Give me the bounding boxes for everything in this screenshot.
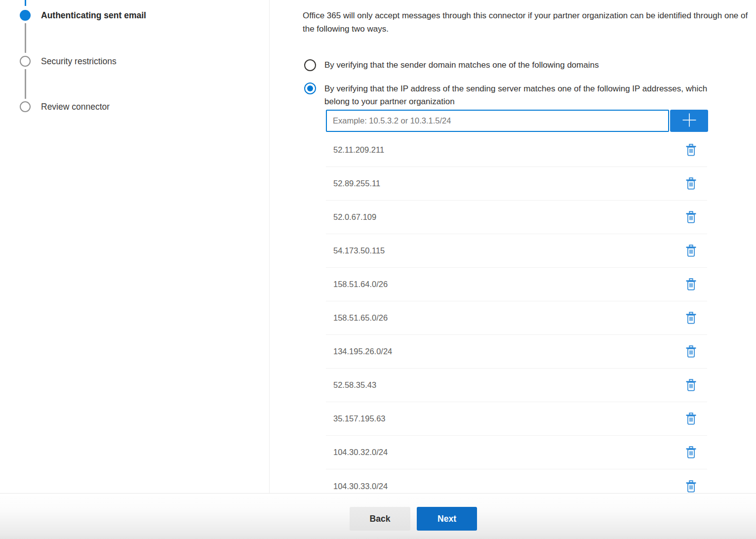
wizard-step-review-connector: Review connector bbox=[20, 101, 110, 112]
wizard-step-security-restrictions: Security restrictions bbox=[20, 56, 117, 67]
ip-address-text: 52.11.209.211 bbox=[333, 145, 384, 155]
ip-address-text: 52.89.255.11 bbox=[333, 179, 380, 188]
ip-address-row: 52.89.255.11 bbox=[326, 167, 707, 201]
radio-option-ip-address[interactable]: By verifying that the IP address of the … bbox=[304, 83, 727, 108]
ip-address-row: 52.58.35.43 bbox=[326, 369, 707, 402]
step-label: Authenticating sent email bbox=[41, 10, 146, 21]
radio-dot bbox=[307, 85, 313, 91]
delete-ip-button[interactable] bbox=[685, 479, 697, 494]
back-button[interactable]: Back bbox=[350, 507, 410, 531]
radio-selected-icon[interactable] bbox=[304, 83, 316, 94]
delete-ip-button[interactable] bbox=[685, 344, 697, 359]
ip-address-row: 134.195.26.0/24 bbox=[326, 335, 707, 369]
trash-icon bbox=[686, 251, 696, 258]
delete-ip-button[interactable] bbox=[685, 445, 697, 459]
ip-address-text: 52.0.67.109 bbox=[333, 212, 376, 222]
trash-icon bbox=[686, 318, 696, 326]
delete-ip-button[interactable] bbox=[685, 378, 697, 392]
radio-option-label[interactable]: By verifying that the IP address of the … bbox=[324, 83, 727, 108]
radio-option-label[interactable]: By verifying that the sender domain matc… bbox=[324, 59, 599, 72]
trash-icon bbox=[686, 385, 696, 393]
delete-ip-button[interactable] bbox=[685, 311, 697, 325]
ip-address-text: 35.157.195.63 bbox=[333, 414, 386, 423]
ip-address-row: 52.0.67.109 bbox=[326, 201, 707, 234]
step-connector-line bbox=[25, 69, 26, 99]
radio-option-sender-domain[interactable]: By verifying that the sender domain matc… bbox=[304, 59, 599, 72]
wizard-step-authenticating-sent-email: Authenticating sent email bbox=[20, 10, 146, 21]
delete-ip-button[interactable] bbox=[685, 210, 697, 224]
step-connector-previous bbox=[25, 0, 26, 6]
next-button[interactable]: Next bbox=[417, 507, 477, 531]
delete-ip-button[interactable] bbox=[685, 277, 697, 291]
sidebar-content-divider bbox=[269, 0, 270, 493]
delete-ip-button[interactable] bbox=[685, 244, 697, 258]
ip-address-row: 158.51.65.0/26 bbox=[326, 301, 707, 335]
ip-address-row: 158.51.64.0/26 bbox=[326, 268, 707, 301]
ip-address-text: 134.195.26.0/24 bbox=[333, 347, 392, 356]
delete-ip-button[interactable] bbox=[685, 176, 697, 191]
trash-icon bbox=[686, 285, 696, 292]
plus-icon bbox=[682, 113, 697, 129]
radio-unselected-icon[interactable] bbox=[304, 59, 316, 71]
step-current-indicator-icon bbox=[20, 10, 31, 21]
delete-ip-button[interactable] bbox=[685, 143, 697, 157]
ip-address-text: 52.58.35.43 bbox=[333, 380, 376, 390]
ip-address-text: 158.51.64.0/26 bbox=[333, 280, 388, 289]
ip-address-row: 52.11.209.211 bbox=[326, 133, 707, 167]
step-connector-line bbox=[25, 23, 26, 53]
ip-entry-row bbox=[326, 110, 708, 132]
ip-address-input[interactable] bbox=[326, 110, 669, 132]
ip-address-row: 54.173.50.115 bbox=[326, 234, 707, 268]
delete-ip-button[interactable] bbox=[685, 412, 697, 426]
trash-icon bbox=[686, 150, 696, 158]
trash-icon bbox=[686, 419, 696, 426]
step-label: Review connector bbox=[41, 102, 110, 112]
trash-icon bbox=[686, 352, 696, 359]
footer-buttons: Back Next bbox=[0, 494, 756, 531]
step-upcoming-indicator-icon bbox=[20, 101, 31, 112]
trash-icon bbox=[686, 184, 696, 191]
ip-address-text: 104.30.32.0/24 bbox=[333, 448, 388, 457]
step-label: Security restrictions bbox=[41, 56, 117, 67]
ip-address-text: 158.51.65.0/26 bbox=[333, 313, 388, 323]
add-ip-button[interactable] bbox=[670, 110, 708, 132]
wizard-footer: Back Next bbox=[0, 493, 756, 539]
trash-icon bbox=[686, 217, 696, 225]
ip-address-row: 35.157.195.63 bbox=[326, 402, 707, 436]
ip-address-text: 104.30.33.0/24 bbox=[333, 482, 388, 491]
ip-address-text: 54.173.50.115 bbox=[333, 246, 385, 255]
trash-icon bbox=[686, 453, 696, 460]
page-description: Office 365 will only accept messages thr… bbox=[303, 9, 755, 36]
step-upcoming-indicator-icon bbox=[20, 56, 31, 67]
ip-address-list: 52.11.209.211 52.89.255.11 bbox=[326, 133, 707, 503]
ip-address-row: 104.30.32.0/24 bbox=[326, 436, 707, 469]
